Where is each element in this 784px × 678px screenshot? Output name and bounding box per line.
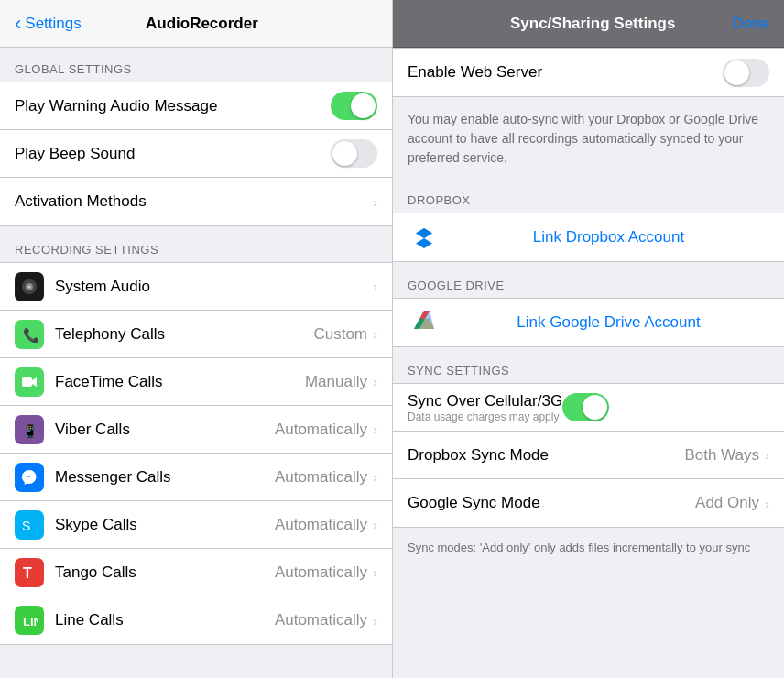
dropbox-sync-mode-chevron-icon: › [765,447,769,463]
play-beep-toggle[interactable] [331,139,377,168]
skype-value: Automatically [275,516,367,534]
left-panel: ‹ Settings AudioRecorder GLOBAL SETTINGS… [0,0,392,678]
sync-cellular-label: Sync Over Cellular/3G [408,392,562,410]
sync-cellular-toggle-knob [583,395,607,420]
line-chevron-icon: › [373,613,377,629]
svg-text:📱: 📱 [22,423,38,439]
activation-methods-label: Activation Methods [15,192,373,211]
global-settings-group: Play Warning Audio Message Play Beep Sou… [0,82,392,226]
sync-settings-group: Sync Over Cellular/3G Data usage charges… [393,383,784,528]
play-beep-toggle-knob [332,141,357,166]
recording-settings-header: RECORDING SETTINGS [0,228,392,262]
tango-row[interactable]: T Tango Calls Automatically › [0,549,392,596]
facetime-icon [15,367,44,397]
messenger-label: Messenger Calls [55,468,275,487]
play-warning-label: Play Warning Audio Message [15,97,331,115]
sync-cellular-row: Sync Over Cellular/3G Data usage charges… [393,384,784,432]
sync-footer: Sync modes: 'Add only' only adds files i… [393,530,784,566]
enable-web-server-toggle-knob [724,60,749,85]
line-icon: LINE [15,606,44,635]
facetime-label: FaceTime Calls [55,373,305,391]
right-nav-title: Sync/Sharing Settings [453,15,732,33]
facetime-row[interactable]: FaceTime Calls Manually › [0,358,392,406]
google-sync-mode-value: Add Only [695,494,759,512]
play-warning-toggle[interactable] [331,92,377,120]
facetime-value: Manually [305,373,367,391]
sync-settings-header: SYNC SETTINGS [393,349,784,383]
play-warning-row: Play Warning Audio Message [0,82,392,130]
system-audio-icon [15,272,44,301]
back-button[interactable]: ‹ Settings [15,12,82,36]
activation-methods-row[interactable]: Activation Methods › [0,178,392,225]
google-drive-link-row[interactable]: Link Google Drive Account [393,299,784,346]
google-drive-group: Link Google Drive Account [393,298,784,347]
left-nav-title: AudioRecorder [82,15,322,33]
skype-chevron-icon: › [373,517,377,532]
back-arrow-icon: ‹ [15,12,21,36]
recording-settings-group: System Audio › 📞 Telephony Calls Custom … [0,262,392,645]
system-audio-chevron-icon: › [373,279,377,294]
viber-row[interactable]: 📱 Viber Calls Automatically › [0,406,392,454]
messenger-value: Automatically [275,468,367,487]
play-beep-row: Play Beep Sound [0,130,392,178]
google-sync-mode-label: Google Sync Mode [408,494,695,512]
line-value: Automatically [275,611,367,629]
google-drive-header: GOOGLE DRIVE [393,264,784,298]
messenger-row[interactable]: Messenger Calls Automatically › [0,454,392,501]
telephony-chevron-icon: › [373,326,377,342]
dropbox-link-label[interactable]: Link Dropbox Account [448,228,769,246]
dropbox-sync-mode-label: Dropbox Sync Mode [408,446,684,465]
left-nav-bar: ‹ Settings AudioRecorder [0,0,392,48]
global-settings-header: GLOBAL SETTINGS [0,48,392,82]
sync-cellular-label-group: Sync Over Cellular/3G Data usage charges… [408,392,562,423]
svg-marker-5 [32,377,37,387]
sync-cellular-toggle[interactable] [562,393,609,421]
svg-point-2 [28,285,31,288]
done-button[interactable]: Done [732,15,769,33]
play-warning-toggle-knob [351,93,376,118]
viber-value: Automatically [275,421,367,439]
svg-rect-4 [22,377,32,387]
system-audio-row[interactable]: System Audio › [0,263,392,311]
dropbox-link-row[interactable]: Link Dropbox Account [393,213,784,261]
viber-icon: 📱 [15,415,44,444]
telephony-label: Telephony Calls [55,325,313,344]
google-drive-icon [408,306,441,339]
right-panel: Sync/Sharing Settings Done Enable Web Se… [392,0,784,678]
activation-methods-chevron-icon: › [373,194,377,210]
telephony-value: Custom [313,325,367,344]
skype-row[interactable]: S Skype Calls Automatically › [0,501,392,549]
svg-text:LINE: LINE [23,615,38,629]
line-label: Line Calls [55,611,275,629]
messenger-icon [15,463,44,492]
dropbox-header: DROPBOX [393,179,784,213]
skype-icon: S [15,510,44,540]
sync-cellular-sublabel: Data usage charges may apply [408,410,562,423]
svg-text:📞: 📞 [23,327,38,344]
tango-chevron-icon: › [373,564,377,580]
line-row[interactable]: LINE Line Calls Automatically › [0,596,392,644]
system-audio-label: System Audio [55,278,373,296]
dropbox-group: Link Dropbox Account [393,213,784,262]
tango-value: Automatically [275,563,367,582]
skype-label: Skype Calls [55,516,275,534]
google-sync-mode-chevron-icon: › [765,496,769,511]
google-sync-mode-row[interactable]: Google Sync Mode Add Only › [393,479,784,527]
enable-web-server-row: Enable Web Server [393,49,784,96]
dropbox-icon [408,221,441,254]
dropbox-sync-mode-row[interactable]: Dropbox Sync Mode Both Ways › [393,432,784,479]
back-label: Settings [25,15,81,33]
viber-label: Viber Calls [55,421,275,439]
telephony-row[interactable]: 📞 Telephony Calls Custom › [0,311,392,358]
viber-chevron-icon: › [373,421,377,437]
svg-text:S: S [22,519,30,533]
facetime-chevron-icon: › [373,374,377,389]
enable-web-server-label: Enable Web Server [408,63,723,82]
messenger-chevron-icon: › [373,469,377,485]
tango-icon: T [15,558,44,587]
enable-web-server-toggle[interactable] [723,59,769,87]
dropbox-sync-mode-value: Both Ways [684,446,759,465]
tango-label: Tango Calls [55,563,275,582]
google-drive-link-label[interactable]: Link Google Drive Account [448,313,769,332]
enable-web-server-group: Enable Web Server [393,48,784,97]
